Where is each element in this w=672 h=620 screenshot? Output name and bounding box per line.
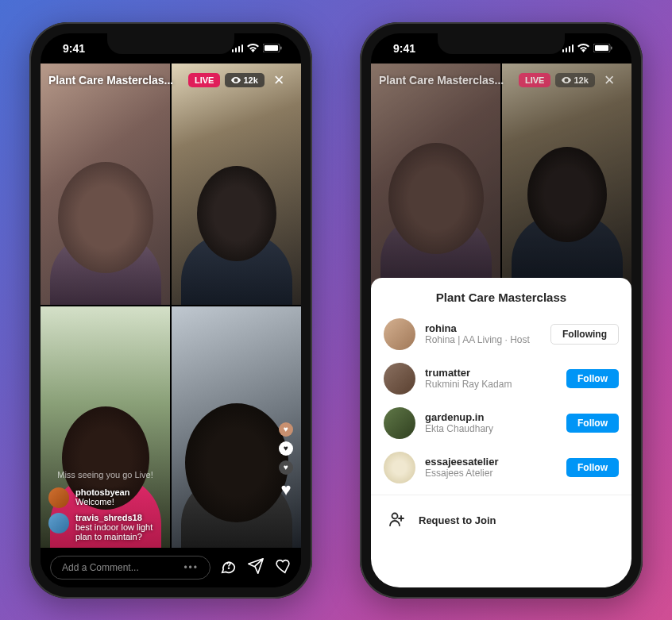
- live-top-bar: Plant Care Masterclas... LIVE 12k ×: [41, 67, 301, 94]
- request-to-join[interactable]: Request to Join: [371, 500, 631, 541]
- svg-rect-5: [595, 45, 608, 51]
- svg-point-7: [392, 513, 398, 518]
- live-top-bar: Plant Care Masterclas... LIVE 12k ×: [371, 67, 631, 94]
- hearts-stream: ♥ ♥ ♥ ♥: [279, 422, 293, 500]
- phone-right: 9:41 Plant Care Masterclas... LIVE 12k ×…: [360, 22, 643, 599]
- video-tile[interactable]: [41, 64, 170, 305]
- signal-icon: [562, 44, 574, 52]
- more-icon[interactable]: •••: [183, 562, 199, 573]
- status-time: 9:41: [393, 42, 415, 55]
- status-bar: 9:41: [41, 33, 301, 64]
- avatar: [48, 513, 69, 533]
- participant-row[interactable]: trumatterRukmini Ray Kadam Follow: [371, 356, 631, 401]
- phone-left: 9:41 Plant Care Masterclas... LIVE 12k ×…: [29, 22, 312, 599]
- svg-rect-2: [280, 47, 282, 50]
- avatar: [384, 363, 415, 395]
- sheet-title: Plant Care Masterclass: [371, 291, 631, 312]
- share-icon[interactable]: [247, 557, 265, 578]
- heart-icon: ♥: [280, 479, 291, 500]
- video-tile[interactable]: [172, 64, 301, 305]
- close-icon[interactable]: ×: [600, 70, 620, 90]
- video-tile[interactable]: Miss seeing you go Live! photosbyeanWelc…: [41, 306, 170, 548]
- participant-row[interactable]: rohinaRohina | AA Living · Host Followin…: [371, 312, 631, 356]
- close-icon[interactable]: ×: [269, 70, 289, 90]
- bottom-bar: Add a Comment... •••: [41, 548, 301, 587]
- comment-row[interactable]: travis_shreds18best indoor low light pla…: [48, 513, 162, 541]
- follow-button[interactable]: Follow: [566, 414, 619, 433]
- video-tile[interactable]: ♥ ♥ ♥ ♥: [172, 306, 301, 548]
- heart-icon: ♥: [279, 460, 293, 475]
- svg-point-3: [229, 568, 230, 568]
- wifi-icon: [577, 44, 589, 52]
- live-badge: LIVE: [519, 73, 550, 87]
- status-bar: 9:41: [371, 33, 631, 64]
- divider: [371, 495, 631, 495]
- live-title: Plant Care Masterclas...: [379, 74, 514, 87]
- battery-icon: [263, 44, 282, 52]
- faded-comment: Miss seeing you go Live!: [48, 470, 162, 483]
- wifi-icon: [247, 44, 259, 52]
- avatar: [384, 318, 415, 350]
- avatar: [48, 487, 69, 508]
- heart-icon: ♥: [279, 422, 293, 437]
- signal-icon: [232, 44, 244, 52]
- avatar: [384, 407, 415, 439]
- following-button[interactable]: Following: [550, 324, 619, 345]
- viewer-count[interactable]: 12k: [555, 73, 594, 87]
- svg-rect-6: [611, 47, 612, 50]
- participants-sheet: Plant Care Masterclass rohinaRohina | AA…: [371, 278, 631, 587]
- video-grid: Miss seeing you go Live! photosbyeanWelc…: [41, 64, 301, 548]
- comments-overlay: Miss seeing you go Live! photosbyeanWelc…: [48, 470, 162, 541]
- participant-row[interactable]: gardenup.inEkta Chaudhary Follow: [371, 401, 631, 445]
- live-title: Plant Care Masterclas...: [48, 74, 183, 87]
- question-icon[interactable]: [220, 557, 238, 578]
- battery-icon: [593, 44, 612, 52]
- svg-rect-1: [265, 45, 278, 51]
- comment-row[interactable]: photosbyeanWelcome!: [48, 487, 162, 508]
- like-icon[interactable]: [274, 557, 292, 578]
- viewer-count[interactable]: 12k: [225, 73, 264, 87]
- join-icon: [387, 510, 406, 531]
- live-badge: LIVE: [188, 73, 220, 87]
- follow-button[interactable]: Follow: [566, 369, 619, 388]
- heart-icon: ♥: [279, 441, 293, 456]
- avatar: [384, 452, 415, 483]
- participant-row[interactable]: essajeesatelierEssajees Atelier Follow: [371, 445, 631, 490]
- comment-input[interactable]: Add a Comment... •••: [50, 556, 210, 580]
- follow-button[interactable]: Follow: [566, 458, 619, 477]
- status-time: 9:41: [63, 42, 85, 55]
